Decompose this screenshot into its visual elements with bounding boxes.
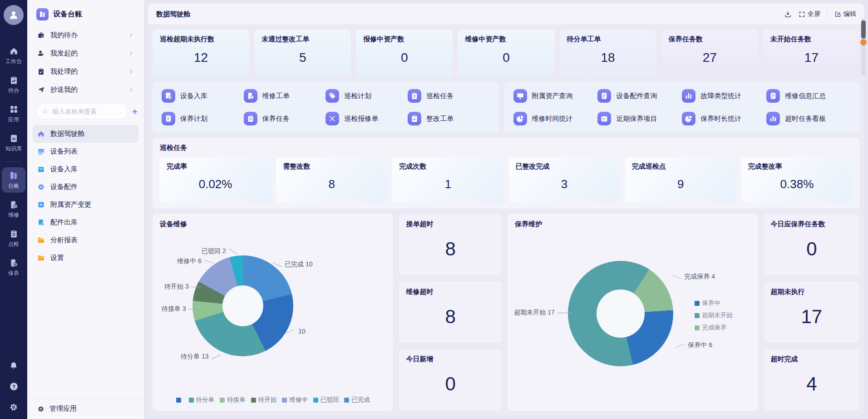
- sidebar-item-data-cockpit[interactable]: 数据驾驶舱: [33, 125, 138, 143]
- legend-item-rejected[interactable]: 已驳回: [313, 396, 339, 404]
- rail-item-ledger[interactable]: 台账: [2, 167, 25, 193]
- legend-chip: [176, 398, 181, 403]
- card-overtime-completed: 超时完成4: [764, 349, 860, 411]
- quick-link-repair-time-stats[interactable]: 维修时间统计: [513, 112, 598, 125]
- search-input[interactable]: [51, 107, 122, 115]
- scrollbar-thumb[interactable]: [861, 20, 866, 39]
- quick-link-device-inbound[interactable]: 设备入库: [162, 89, 244, 103]
- legend-item-unnamed[interactable]: [176, 398, 183, 403]
- callout-unnamed-slice: 10: [284, 328, 306, 335]
- sidebar-item-asset-change[interactable]: 附属资产变更: [33, 196, 138, 214]
- sidebar-item-device-parts[interactable]: 设备配件: [33, 178, 138, 196]
- rail-item-knowledge-base[interactable]: 知识库: [2, 130, 25, 155]
- inspection-tile-rectify-rate: 完成整改率0.38%: [741, 157, 853, 203]
- stat-value: 5: [261, 44, 344, 71]
- manage-apps-button[interactable]: 管理应用: [27, 398, 144, 419]
- menu-item-initiated-by-me[interactable]: 我发起的: [33, 44, 138, 62]
- legend-item-overdue-not-started[interactable]: 超期未开始: [695, 311, 733, 319]
- legend-item-repairing[interactable]: 维修中: [282, 396, 308, 404]
- quick-link-fault-type-stats[interactable]: 故障类型统计: [682, 89, 766, 103]
- legend-item-completed[interactable]: 已完成: [344, 396, 370, 404]
- quick-link-maintenance-plan[interactable]: 保养计划: [162, 112, 244, 125]
- sidebar-item-device-list[interactable]: 设备列表: [33, 143, 138, 160]
- device-parts-icon: [37, 183, 45, 191]
- quick-link-maintenance-task[interactable]: 保养任务: [244, 112, 326, 125]
- maintenance-chart-card: 保养维护 完成保养4 超期未开始17 保养中6 保养中 超期未开始 完成保养: [508, 214, 758, 411]
- menu-item-my-todo[interactable]: 我的待办: [33, 26, 138, 44]
- asset-query-monitor-icon: [513, 89, 527, 103]
- card-overdue-not-executed: 超期未执行17: [764, 281, 860, 344]
- legend-item-to-assign[interactable]: 待分单: [189, 396, 215, 404]
- spot-check-icon: [9, 229, 19, 239]
- sidebar-item-device-inbound[interactable]: 设备入库: [33, 160, 138, 178]
- rail-item-workbench[interactable]: 工作台: [2, 43, 25, 68]
- kpi-row: 巡检超期未执行数12 未通过整改工单5 报修中资产数0 维修中资产数0 待分单工…: [153, 30, 860, 77]
- help-icon[interactable]: [9, 382, 19, 391]
- cc-to-me-icon: [37, 86, 45, 94]
- quick-link-asset-query[interactable]: 附属资产查询: [513, 89, 598, 103]
- quick-link-repair-order[interactable]: 维修工单: [244, 89, 326, 103]
- legend-item-to-start[interactable]: 待开始: [251, 396, 277, 404]
- edit-button[interactable]: 编辑: [834, 10, 856, 18]
- callout-maintaining: 保养中6: [676, 341, 712, 349]
- fullscreen-button[interactable]: 全屏: [799, 10, 820, 18]
- inspection-repair-tools-icon: [326, 112, 339, 125]
- inspection-tile-need-rectify: 需整改数8: [276, 157, 387, 203]
- user-avatar[interactable]: [4, 5, 24, 25]
- settings-icon[interactable]: [9, 403, 18, 412]
- rail-item-repair[interactable]: 维修: [2, 197, 25, 222]
- quick-link-overdue-board[interactable]: 超时任务看板: [766, 112, 851, 125]
- download-button[interactable]: [784, 10, 792, 18]
- rectification-order-check-icon: [408, 112, 421, 125]
- menu-item-cc-to-me[interactable]: 抄送我的: [33, 80, 138, 99]
- add-button[interactable]: +: [132, 107, 138, 116]
- stat-card-rectification-failed: 未通过整改工单5: [254, 30, 351, 77]
- quick-link-parts-query[interactable]: 设备配件查询: [597, 89, 682, 103]
- callout-maintenance-done: 完成保养4: [672, 273, 715, 281]
- quick-link-inspection-plan[interactable]: 巡检计划: [326, 89, 408, 103]
- sidebar-item-settings[interactable]: 设置: [33, 249, 138, 267]
- stat-value: 18: [567, 44, 649, 71]
- asset-change-icon: [37, 201, 45, 209]
- rail-item-apps[interactable]: 应用: [2, 101, 25, 126]
- sidebar-item-parts-outbound[interactable]: 配件出库: [33, 214, 138, 231]
- initiated-by-me-icon: [37, 50, 45, 57]
- app-header: 设备台账: [27, 0, 144, 26]
- tile-value: 9: [632, 171, 730, 198]
- leader-line: [285, 329, 294, 333]
- quick-link-rectification-order[interactable]: 整改工单: [408, 112, 490, 125]
- legend-chip: [189, 398, 194, 403]
- equipment-ledger-app: 工作台 待办 应用 知识库 台账 维修: [0, 0, 868, 419]
- app-title: 设备台账: [53, 10, 82, 19]
- sidebar-item-reports[interactable]: 分析报表: [33, 231, 138, 249]
- quick-link-repair-summary[interactable]: 维修信息汇总: [766, 89, 851, 103]
- legend-item-maintenance-done[interactable]: 完成保养: [695, 324, 733, 332]
- quick-link-recent-maintenance[interactable]: 近期保养项目: [597, 112, 682, 125]
- scrollbar-indicator-ball[interactable]: [860, 39, 867, 45]
- quick-links-right: 附属资产查询 设备配件查询 故障类型统计 维修信息汇总 维修时间统计 近期保养项…: [504, 82, 860, 133]
- bell-icon[interactable]: [9, 361, 18, 370]
- maintenance-donut: [568, 261, 673, 366]
- leader-line: [211, 354, 220, 359]
- manage-apps-gear-icon: [37, 405, 44, 413]
- legend-item-to-accept[interactable]: 待接单: [220, 396, 246, 404]
- quick-link-maintenance-duration[interactable]: 保养时长统计: [682, 112, 766, 125]
- inspection-tile-completion-rate: 完成率0.02%: [160, 157, 271, 203]
- rail-item-maintenance[interactable]: 保养: [2, 255, 25, 280]
- legend-item-maintaining[interactable]: 保养中: [695, 299, 733, 307]
- my-todo-icon: [37, 31, 45, 39]
- quick-link-inspection-task[interactable]: 巡检任务: [408, 89, 490, 103]
- device-repair-donut: [192, 255, 293, 356]
- rail-item-spot-check[interactable]: 点检: [2, 226, 25, 251]
- handled-by-me-icon: [37, 68, 45, 75]
- card-new-today: 今日新增0: [399, 349, 502, 411]
- workbench-icon: [9, 46, 19, 56]
- stat-card-maintenance-tasks: 保养任务数27: [661, 30, 758, 77]
- quick-link-inspection-repair-order[interactable]: 巡检报修单: [326, 112, 408, 125]
- chevron-right-icon: [128, 32, 134, 38]
- rail-item-todo[interactable]: 待办: [2, 72, 25, 97]
- stat-value: 27: [669, 44, 751, 71]
- inspection-section-title: 巡检任务: [160, 144, 853, 152]
- menu-item-handled-by-me[interactable]: 我处理的: [33, 62, 138, 80]
- search-icon: [42, 108, 48, 115]
